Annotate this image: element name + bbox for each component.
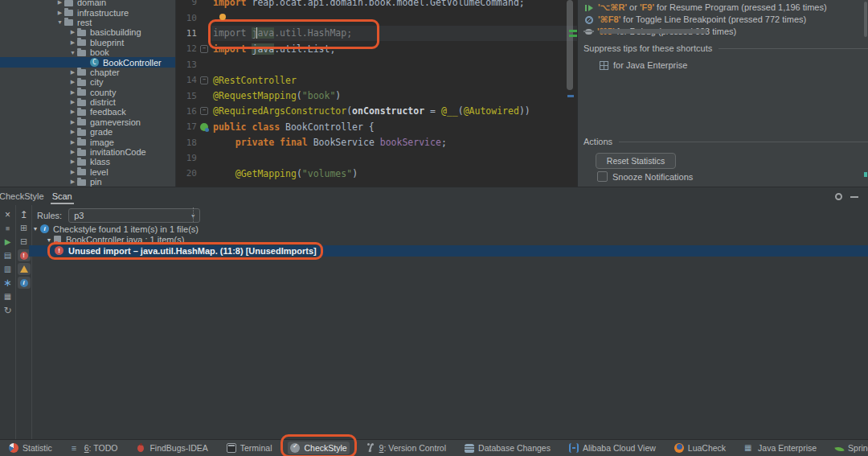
gear-icon[interactable] <box>835 193 842 200</box>
chevron-collapsed-icon[interactable]: ▶ <box>68 39 77 46</box>
suppress-item-java-enterprise[interactable]: for Java Enterprise <box>600 60 687 70</box>
rules-dropdown[interactable]: p3 ▾ <box>68 208 200 223</box>
code-text[interactable]: @RequiredArgsConstructor(onConstructor =… <box>211 104 578 119</box>
editor-line-12[interactable]: 12−import java.util.List; <box>176 41 578 56</box>
fold-icon[interactable]: − <box>200 76 208 84</box>
statusbar-item-statistic[interactable]: Statistic <box>6 442 55 454</box>
reset-statistics-button[interactable]: Reset Statistics <box>596 153 676 169</box>
tree-item-pin[interactable]: ▶pin <box>0 177 175 187</box>
code-editor[interactable]: 9import reap.ocat.api.domain.book.model.… <box>175 0 578 187</box>
statusbar-item-database-changes[interactable]: Database Changes <box>462 442 553 454</box>
code-text[interactable]: import java.util.HashMap; <box>211 26 578 41</box>
check-project-icon[interactable]: ▥ <box>1 262 14 276</box>
chevron-collapsed-icon[interactable]: ▶ <box>68 169 77 175</box>
vertical-scrollbar[interactable] <box>864 2 867 37</box>
chevron-collapsed-icon[interactable]: ▶ <box>55 0 64 6</box>
statusbar-item-9-version-control[interactable]: 9: Version Control <box>363 442 448 454</box>
code-text[interactable]: public class BookController { <box>211 119 578 134</box>
code-text[interactable]: @RequestMapping("book") <box>211 88 578 103</box>
statusbar-item-luacheck[interactable]: LuaCheck <box>672 442 728 454</box>
editor-line-13[interactable]: 13 <box>176 57 578 72</box>
editor-line-16[interactable]: 16−@RequiredArgsConstructor(onConstructo… <box>176 104 578 119</box>
close-icon[interactable]: × <box>1 207 14 221</box>
refresh-icon[interactable]: ↻ <box>1 303 14 317</box>
code-text[interactable] <box>211 10 578 25</box>
snooze-notifications-checkbox[interactable]: Snooze Notifications <box>597 171 693 182</box>
code-text[interactable]: private final BookService bookService; <box>211 135 578 150</box>
chevron-collapsed-icon[interactable]: ▶ <box>55 10 64 16</box>
code-text[interactable] <box>211 150 578 166</box>
editor-line-19[interactable]: 19 <box>176 150 578 166</box>
tree-item-city[interactable]: ▶city <box>0 77 175 87</box>
navigate-source-icon[interactable]: ↥ <box>17 207 31 221</box>
intention-bulb-icon[interactable] <box>219 14 226 20</box>
tree-item-level[interactable]: ▶level <box>0 167 175 177</box>
chevron-collapsed-icon[interactable]: ▶ <box>68 179 77 185</box>
editor-line-17[interactable]: 17public class BookController { <box>176 119 578 134</box>
result-tree-row[interactable]: !Unused import – java.util.HashMap. (11:… <box>29 245 868 257</box>
chevron-collapsed-icon[interactable]: ▶ <box>68 99 77 105</box>
editor-line-20[interactable]: 20 @GetMapping("volumes") <box>176 166 578 181</box>
chevron-collapsed-icon[interactable]: ▶ <box>68 119 77 125</box>
tree-item-gameversion[interactable]: ▶gameversion <box>0 117 175 127</box>
filter-warnings-icon[interactable] <box>18 263 31 275</box>
tree-item-county[interactable]: ▶county <box>0 88 175 97</box>
checkbox-icon[interactable] <box>597 171 608 182</box>
statusbar-item-checkstyle[interactable]: CheckStyle <box>288 442 349 454</box>
chevron-collapsed-icon[interactable]: ▶ <box>68 139 77 146</box>
chevron-expanded-icon[interactable]: ▼ <box>68 50 77 55</box>
tree-item-chapter[interactable]: ▶chapter <box>0 68 175 77</box>
spring-bean-icon[interactable] <box>200 123 208 131</box>
editor-line-10[interactable]: 10 <box>176 10 578 25</box>
chevron-collapsed-icon[interactable]: ▶ <box>68 158 77 165</box>
editor-scrollbar[interactable] <box>567 0 573 90</box>
chevron-collapsed-icon[interactable]: ▶ <box>68 79 77 85</box>
result-tree-row[interactable]: ▼BookController.java : 1 item(s) <box>29 235 868 246</box>
chevron-expanded-icon[interactable]: ▼ <box>55 19 64 25</box>
code-text[interactable] <box>211 57 578 72</box>
fold-icon[interactable]: − <box>200 45 208 53</box>
tab-scan[interactable]: Scan <box>51 189 74 204</box>
editor-line-15[interactable]: 15@RequestMapping("book") <box>176 88 578 103</box>
statusbar-item-java-enterprise[interactable]: Java Enterprise <box>742 442 819 454</box>
editor-line-14[interactable]: 14−@RestController <box>176 72 578 88</box>
statusbar-item-alibaba-cloud-view[interactable]: Alibaba Cloud View <box>567 442 658 454</box>
chevron-expanded-icon[interactable]: ▼ <box>44 237 54 243</box>
tree-item-infrastructure[interactable]: ▶infrastructure <box>0 7 175 17</box>
horizontal-scrollbar[interactable] <box>600 29 707 34</box>
statusbar-item-findbugs-idea[interactable]: FindBugs-IDEA <box>133 442 210 454</box>
statusbar-item-terminal[interactable]: Terminal <box>224 442 275 454</box>
statusbar-item-spring[interactable]: Spring <box>833 442 868 454</box>
chevron-collapsed-icon[interactable]: ▶ <box>68 29 77 35</box>
clear-results-icon[interactable]: ∗ <box>1 276 14 290</box>
tree-item-district[interactable]: ▶district <box>0 97 175 107</box>
editor-lines[interactable]: 9import reap.ocat.api.domain.book.model.… <box>176 0 578 182</box>
editor-line-11[interactable]: 11import java.util.HashMap; <box>176 26 578 41</box>
minimize-icon[interactable] <box>850 196 858 198</box>
editor-line-18[interactable]: 18 private final BookService bookService… <box>176 135 578 150</box>
chevron-expanded-icon[interactable]: ▼ <box>31 226 40 232</box>
statusbar-item-6-todo[interactable]: 6: TODO <box>68 442 121 454</box>
code-text[interactable]: import reap.ocat.api.domain.book.model.G… <box>211 0 578 10</box>
run-check-icon[interactable]: ▶ <box>1 235 14 249</box>
check-module-icon[interactable]: ▤ <box>1 249 14 262</box>
result-tree-row[interactable]: ▼iCheckstyle found 1 item(s) in 1 file(s… <box>29 224 868 235</box>
tree-item-BookController[interactable]: CBookController <box>0 57 175 67</box>
filter-info-icon[interactable]: i <box>18 277 31 289</box>
chevron-collapsed-icon[interactable]: ▶ <box>68 69 77 76</box>
tree-item-basicbuilding[interactable]: ▶basicbuilding <box>0 27 175 37</box>
checkstyle-results-tree[interactable]: ▼iCheckstyle found 1 item(s) in 1 file(s… <box>29 224 868 257</box>
chevron-collapsed-icon[interactable]: ▶ <box>68 89 77 96</box>
tree-item-blueprint[interactable]: ▶blueprint <box>0 38 175 47</box>
tree-item-klass[interactable]: ▶klass <box>0 157 175 166</box>
chevron-collapsed-icon[interactable]: ▶ <box>68 149 77 155</box>
info-stripe-mark[interactable] <box>567 95 574 97</box>
report-icon[interactable]: ▦ <box>1 290 14 303</box>
fold-icon[interactable]: − <box>200 107 208 115</box>
chevron-collapsed-icon[interactable]: ▶ <box>68 109 77 115</box>
tree-item-feedback[interactable]: ▶feedback <box>0 107 175 117</box>
tree-item-book[interactable]: ▼book <box>0 47 175 57</box>
tree-item-image[interactable]: ▶image <box>0 137 175 146</box>
tree-item-grade[interactable]: ▶grade <box>0 127 175 137</box>
tree-item-rest[interactable]: ▼rest <box>0 18 175 27</box>
